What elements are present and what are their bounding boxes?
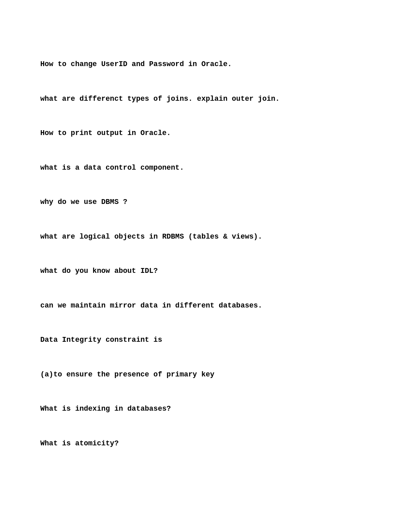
line-5: why do we use DBMS ? — [40, 197, 371, 208]
line-13: What is DBMS and RDBMS ? — [40, 530, 371, 532]
line-7: what do you know about IDL? — [40, 266, 371, 277]
line-4: what is a data control component. — [40, 162, 371, 174]
line-1: How to change UserID and Password in Ora… — [40, 59, 371, 70]
spacer-1 — [40, 484, 371, 495]
line-2: what are differenct types of joins. expl… — [40, 94, 371, 105]
line-8: can we maintain mirror data in different… — [40, 300, 371, 312]
line-3: How to print output in Oracle. — [40, 128, 371, 139]
line-12: What is atomicity? — [40, 438, 371, 449]
line-6: what are logical objects in RDBMS (table… — [40, 231, 371, 243]
main-content: How to change UserID and Password in Ora… — [40, 24, 371, 532]
line-10: (a)to ensure the presence of primary key — [40, 369, 371, 380]
line-11: What is indexing in databases? — [40, 403, 371, 415]
line-9: Data Integrity constraint is — [40, 335, 371, 346]
